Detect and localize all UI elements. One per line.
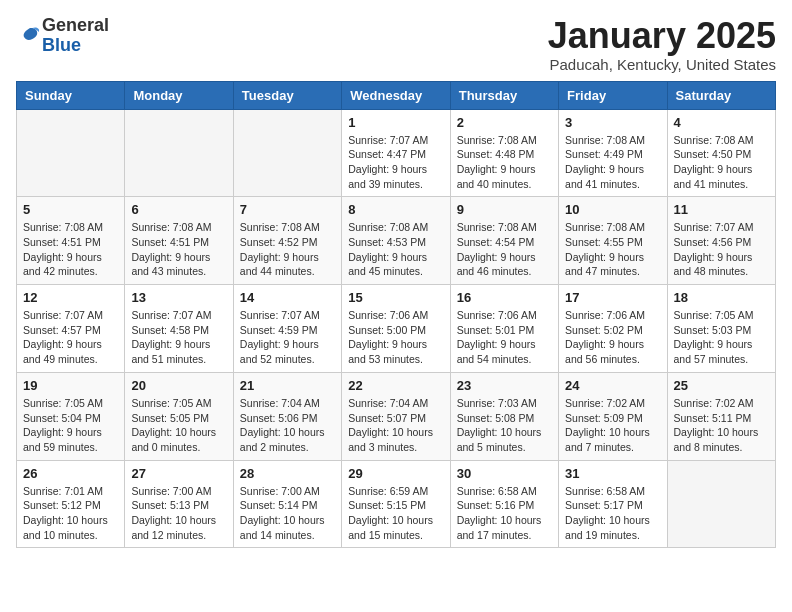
day-info: Sunrise: 7:07 AM Sunset: 4:59 PM Dayligh… (240, 308, 335, 367)
day-number: 13 (131, 290, 226, 305)
header-saturday: Saturday (667, 81, 775, 109)
day-info: Sunrise: 7:05 AM Sunset: 5:04 PM Dayligh… (23, 396, 118, 455)
table-row: 21Sunrise: 7:04 AM Sunset: 5:06 PM Dayli… (233, 372, 341, 460)
table-row: 24Sunrise: 7:02 AM Sunset: 5:09 PM Dayli… (559, 372, 667, 460)
calendar-week-row: 19Sunrise: 7:05 AM Sunset: 5:04 PM Dayli… (17, 372, 776, 460)
header-tuesday: Tuesday (233, 81, 341, 109)
header-monday: Monday (125, 81, 233, 109)
table-row: 9Sunrise: 7:08 AM Sunset: 4:54 PM Daylig… (450, 197, 558, 285)
table-row (667, 460, 775, 548)
table-row: 6Sunrise: 7:08 AM Sunset: 4:51 PM Daylig… (125, 197, 233, 285)
table-row: 11Sunrise: 7:07 AM Sunset: 4:56 PM Dayli… (667, 197, 775, 285)
table-row (233, 109, 341, 197)
day-info: Sunrise: 7:06 AM Sunset: 5:02 PM Dayligh… (565, 308, 660, 367)
table-row: 29Sunrise: 6:59 AM Sunset: 5:15 PM Dayli… (342, 460, 450, 548)
day-number: 12 (23, 290, 118, 305)
header-wednesday: Wednesday (342, 81, 450, 109)
table-row: 27Sunrise: 7:00 AM Sunset: 5:13 PM Dayli… (125, 460, 233, 548)
day-info: Sunrise: 6:58 AM Sunset: 5:17 PM Dayligh… (565, 484, 660, 543)
table-row: 28Sunrise: 7:00 AM Sunset: 5:14 PM Dayli… (233, 460, 341, 548)
day-info: Sunrise: 7:04 AM Sunset: 5:06 PM Dayligh… (240, 396, 335, 455)
day-info: Sunrise: 7:08 AM Sunset: 4:48 PM Dayligh… (457, 133, 552, 192)
calendar-week-row: 26Sunrise: 7:01 AM Sunset: 5:12 PM Dayli… (17, 460, 776, 548)
day-number: 16 (457, 290, 552, 305)
table-row (125, 109, 233, 197)
day-number: 19 (23, 378, 118, 393)
table-row: 13Sunrise: 7:07 AM Sunset: 4:58 PM Dayli… (125, 285, 233, 373)
day-number: 6 (131, 202, 226, 217)
day-info: Sunrise: 7:08 AM Sunset: 4:51 PM Dayligh… (23, 220, 118, 279)
table-row: 26Sunrise: 7:01 AM Sunset: 5:12 PM Dayli… (17, 460, 125, 548)
table-row: 19Sunrise: 7:05 AM Sunset: 5:04 PM Dayli… (17, 372, 125, 460)
table-row: 5Sunrise: 7:08 AM Sunset: 4:51 PM Daylig… (17, 197, 125, 285)
day-number: 29 (348, 466, 443, 481)
day-number: 4 (674, 115, 769, 130)
day-number: 30 (457, 466, 552, 481)
table-row: 1Sunrise: 7:07 AM Sunset: 4:47 PM Daylig… (342, 109, 450, 197)
day-info: Sunrise: 7:08 AM Sunset: 4:49 PM Dayligh… (565, 133, 660, 192)
day-info: Sunrise: 7:07 AM Sunset: 4:47 PM Dayligh… (348, 133, 443, 192)
day-number: 17 (565, 290, 660, 305)
weekday-header-row: Sunday Monday Tuesday Wednesday Thursday… (17, 81, 776, 109)
table-row: 3Sunrise: 7:08 AM Sunset: 4:49 PM Daylig… (559, 109, 667, 197)
table-row: 31Sunrise: 6:58 AM Sunset: 5:17 PM Dayli… (559, 460, 667, 548)
day-info: Sunrise: 7:07 AM Sunset: 4:58 PM Dayligh… (131, 308, 226, 367)
logo-general-text: General (42, 15, 109, 35)
day-number: 9 (457, 202, 552, 217)
day-info: Sunrise: 7:04 AM Sunset: 5:07 PM Dayligh… (348, 396, 443, 455)
day-number: 15 (348, 290, 443, 305)
day-info: Sunrise: 7:01 AM Sunset: 5:12 PM Dayligh… (23, 484, 118, 543)
day-number: 21 (240, 378, 335, 393)
logo: General Blue (16, 16, 109, 56)
day-number: 27 (131, 466, 226, 481)
day-info: Sunrise: 7:07 AM Sunset: 4:57 PM Dayligh… (23, 308, 118, 367)
day-info: Sunrise: 7:02 AM Sunset: 5:09 PM Dayligh… (565, 396, 660, 455)
table-row: 10Sunrise: 7:08 AM Sunset: 4:55 PM Dayli… (559, 197, 667, 285)
day-number: 20 (131, 378, 226, 393)
day-info: Sunrise: 7:00 AM Sunset: 5:14 PM Dayligh… (240, 484, 335, 543)
day-info: Sunrise: 7:07 AM Sunset: 4:56 PM Dayligh… (674, 220, 769, 279)
table-row: 16Sunrise: 7:06 AM Sunset: 5:01 PM Dayli… (450, 285, 558, 373)
table-row: 30Sunrise: 6:58 AM Sunset: 5:16 PM Dayli… (450, 460, 558, 548)
day-number: 11 (674, 202, 769, 217)
day-info: Sunrise: 7:03 AM Sunset: 5:08 PM Dayligh… (457, 396, 552, 455)
header-friday: Friday (559, 81, 667, 109)
day-info: Sunrise: 7:05 AM Sunset: 5:05 PM Dayligh… (131, 396, 226, 455)
day-info: Sunrise: 7:00 AM Sunset: 5:13 PM Dayligh… (131, 484, 226, 543)
table-row: 12Sunrise: 7:07 AM Sunset: 4:57 PM Dayli… (17, 285, 125, 373)
table-row: 2Sunrise: 7:08 AM Sunset: 4:48 PM Daylig… (450, 109, 558, 197)
day-info: Sunrise: 7:08 AM Sunset: 4:53 PM Dayligh… (348, 220, 443, 279)
day-number: 22 (348, 378, 443, 393)
day-number: 10 (565, 202, 660, 217)
table-row: 7Sunrise: 7:08 AM Sunset: 4:52 PM Daylig… (233, 197, 341, 285)
day-info: Sunrise: 7:06 AM Sunset: 5:00 PM Dayligh… (348, 308, 443, 367)
table-row: 20Sunrise: 7:05 AM Sunset: 5:05 PM Dayli… (125, 372, 233, 460)
month-title: January 2025 (548, 16, 776, 56)
day-number: 31 (565, 466, 660, 481)
day-number: 26 (23, 466, 118, 481)
logo-bird-icon (18, 24, 42, 48)
day-number: 24 (565, 378, 660, 393)
logo-blue-text: Blue (42, 35, 81, 55)
day-info: Sunrise: 7:06 AM Sunset: 5:01 PM Dayligh… (457, 308, 552, 367)
day-number: 8 (348, 202, 443, 217)
day-number: 3 (565, 115, 660, 130)
day-number: 14 (240, 290, 335, 305)
page-header: General Blue January 2025 Paducah, Kentu… (16, 16, 776, 73)
calendar-week-row: 12Sunrise: 7:07 AM Sunset: 4:57 PM Dayli… (17, 285, 776, 373)
header-thursday: Thursday (450, 81, 558, 109)
table-row: 22Sunrise: 7:04 AM Sunset: 5:07 PM Dayli… (342, 372, 450, 460)
day-info: Sunrise: 7:08 AM Sunset: 4:50 PM Dayligh… (674, 133, 769, 192)
table-row: 8Sunrise: 7:08 AM Sunset: 4:53 PM Daylig… (342, 197, 450, 285)
table-row: 18Sunrise: 7:05 AM Sunset: 5:03 PM Dayli… (667, 285, 775, 373)
day-info: Sunrise: 6:58 AM Sunset: 5:16 PM Dayligh… (457, 484, 552, 543)
table-row (17, 109, 125, 197)
day-number: 7 (240, 202, 335, 217)
calendar-week-row: 1Sunrise: 7:07 AM Sunset: 4:47 PM Daylig… (17, 109, 776, 197)
day-number: 2 (457, 115, 552, 130)
day-number: 18 (674, 290, 769, 305)
day-info: Sunrise: 7:08 AM Sunset: 4:52 PM Dayligh… (240, 220, 335, 279)
day-info: Sunrise: 7:05 AM Sunset: 5:03 PM Dayligh… (674, 308, 769, 367)
day-info: Sunrise: 6:59 AM Sunset: 5:15 PM Dayligh… (348, 484, 443, 543)
table-row: 17Sunrise: 7:06 AM Sunset: 5:02 PM Dayli… (559, 285, 667, 373)
